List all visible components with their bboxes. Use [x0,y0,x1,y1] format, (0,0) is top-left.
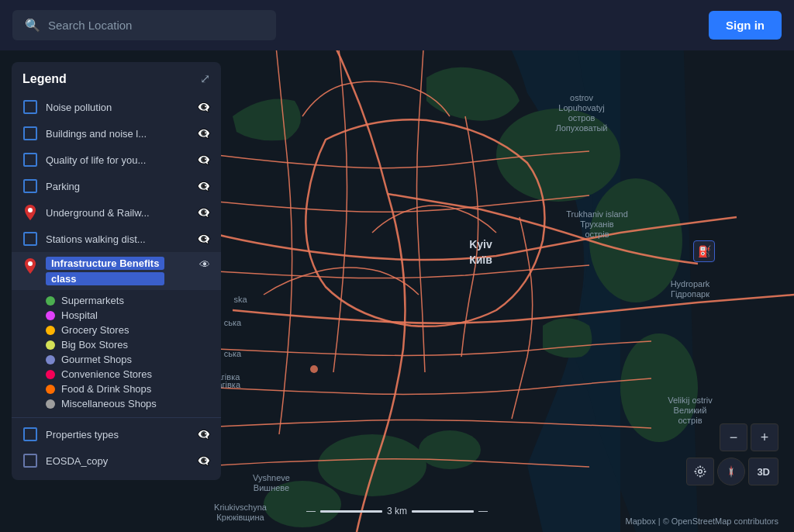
topbar: 🔍 Search Location Sign in [0,0,794,50]
cat-dot-hospital [46,311,55,320]
legend-label-quality: Quality of life for you... [46,154,146,166]
scale-dash-left: — [306,506,316,516]
svg-text:ska: ska [233,295,247,304]
legend-item-quality[interactable]: Quality of life for you... 👁️‍🗨️ [12,147,221,173]
eye-icon-underground[interactable]: 👁️‍🗨️ [197,206,210,219]
svg-text:Lopuhovatyj: Lopuhovatyj [558,103,604,112]
eye-icon-buildings[interactable]: 👁️‍🗨️ [197,127,210,140]
legend-item-parking[interactable]: Parking 👁️‍🗨️ [12,173,221,199]
cat-convenience: Convenience Stores [46,367,210,382]
attribution-text: Mapbox | © OpenStreetMap contributors [626,516,778,526]
threed-button[interactable]: 3D [748,458,778,485]
nav-controls: 3D [686,458,778,485]
compass-button[interactable] [717,458,745,485]
svg-text:Лопуховатый: Лопуховатый [556,123,608,133]
legend-label-eosda: EOSDA_copy [46,455,108,467]
cat-dot-supermarkets [46,296,55,306]
svg-text:ська: ська [224,318,242,327]
layer-icon-properties [22,427,38,442]
eye-icon-infrastructure[interactable]: 👁 [199,258,210,271]
eye-icon-noise[interactable]: 👁️‍🗨️ [197,101,210,113]
svg-point-33 [699,470,703,474]
signin-button[interactable]: Sign in [709,11,782,40]
legend-item-stations[interactable]: Stations walking dist... 👁️‍🗨️ [12,226,221,252]
legend-label-stations: Stations walking dist... [46,233,146,245]
cat-dot-bigbox [46,340,55,350]
cat-dot-gourmet [46,355,55,364]
layer-icon-buildings [22,126,38,141]
layer-icon-quality [22,152,38,168]
attribution: Mapbox | © OpenStreetMap contributors [626,516,778,526]
legend-item-buildings-noise[interactable]: Buildings and noise l... 👁️‍🗨️ [12,120,221,147]
svg-text:Вишневе: Вишневе [254,483,289,492]
eye-icon-stations[interactable]: 👁️‍🗨️ [197,233,210,245]
cat-gourmet: Gourmet Shops [46,352,210,367]
svg-text:Velikij ostriv: Velikij ostriv [668,396,713,405]
cat-dot-grocery [46,326,55,335]
scale-dash-right: — [478,506,488,516]
zoom-controls: − + [720,423,778,451]
legend-item-properties[interactable]: Properties types 👁️‍🗨️ [12,421,221,447]
svg-point-2 [589,178,682,302]
svg-text:Hydropark: Hydropark [671,279,710,288]
legend-label-parking: Parking [46,181,80,192]
scale-label: 3 km [387,506,407,516]
layer-icon-eosda [22,453,38,468]
legend-item-eosda[interactable]: EOSDA_copy 👁️‍🗨️ [12,447,221,474]
cat-misc: Miscellaneous Shops [46,396,210,411]
legend-panel: Legend ⤢ Noise pollution 👁️‍🗨️ Buildings… [12,62,221,480]
cat-supermarkets: Supermarkets [46,293,210,308]
cat-grocery: Grocery Stores [46,323,210,337]
cat-label-bigbox: Big Box Stores [61,339,128,351]
svg-text:Vyshneve: Vyshneve [253,473,290,482]
scale-line [320,510,382,513]
map-controls: − + 3D [686,423,778,485]
scale-line-right [412,510,474,513]
legend-expand-icon[interactable]: ⤢ [200,71,210,86]
svg-text:остров: остров [568,113,596,123]
search-input[interactable]: Search Location [48,19,264,32]
svg-point-30 [310,365,318,373]
cat-dot-misc [46,399,55,409]
cat-label-supermarkets: Supermarkets [61,295,124,306]
legend-header: Legend ⤢ [12,62,221,94]
svg-text:Труханів: Труханів [580,219,614,229]
cat-label-hospital: Hospital [61,309,98,321]
layer-icon-noise [22,99,38,115]
svg-text:Київ: Київ [469,254,492,266]
fuel-marker: ⛽ [693,240,715,262]
layer-icon-infrastructure [22,258,38,274]
cat-label-grocery: Grocery Stores [61,324,129,336]
search-box[interactable]: 🔍 Search Location [12,10,276,40]
svg-point-3 [318,434,426,496]
eye-icon-parking[interactable]: 👁️‍🗨️ [197,180,210,192]
legend-label-buildings: Buildings and noise l... [46,128,147,140]
eye-icon-quality[interactable]: 👁️‍🗨️ [197,154,210,166]
legend-label-underground: Underground & Railw... [46,207,150,219]
svg-text:Trukhaniv island: Trukhaniv island [566,209,628,219]
zoom-in-button[interactable]: + [751,423,778,451]
scale-bar: — 3 km — [306,506,488,516]
cat-label-convenience: Convenience Stores [61,368,152,380]
cat-dot-food-drink [46,385,55,394]
svg-text:Kriukivschyna: Kriukivschyna [214,503,268,512]
svg-point-31 [28,208,33,212]
eye-icon-eosda[interactable]: 👁️‍🗨️ [197,454,210,467]
cat-label-gourmet: Gourmet Shops [61,354,132,365]
svg-text:ська: ська [224,349,242,358]
layer-icon-stations [22,231,38,247]
locate-button[interactable] [686,458,714,485]
cat-food-drink: Food & Drink Shops [46,382,210,396]
zoom-out-button[interactable]: − [720,423,747,451]
legend-item-noise-pollution[interactable]: Noise pollution 👁️‍🗨️ [12,94,221,120]
legend-item-underground[interactable]: Underground & Railw... 👁️‍🗨️ [12,199,221,226]
svg-point-32 [28,261,33,266]
layer-icon-parking [22,178,38,194]
legend-label-noise: Noise pollution [46,102,112,113]
infrastructure-label: Infrastructure Benefits [46,257,164,270]
eye-icon-properties[interactable]: 👁️‍🗨️ [197,428,210,440]
legend-item-infrastructure[interactable]: Infrastructure Benefits class 👁 [12,252,221,290]
svg-text:Гідропарк: Гідропарк [671,289,709,299]
cat-hospital: Hospital [46,308,210,323]
layer-icon-underground [22,205,38,220]
